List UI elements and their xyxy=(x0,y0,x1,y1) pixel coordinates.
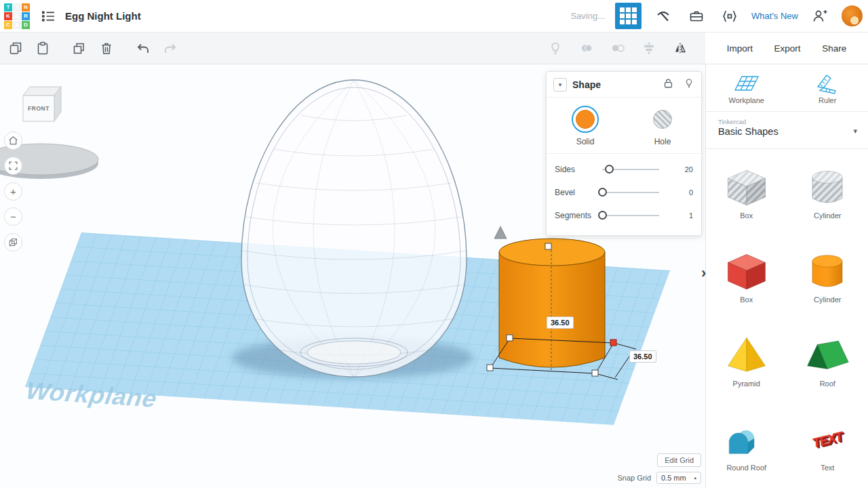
scale-handle-active[interactable] xyxy=(610,340,616,346)
shape-category-dropdown[interactable]: Tinkercad Basic Shapes ▾ xyxy=(706,112,868,148)
chevron-down-icon: ▾ xyxy=(853,127,857,136)
copy-button[interactable] xyxy=(7,39,24,57)
shape-box-solid[interactable]: Box xyxy=(724,249,769,304)
visibility-lightbulb-icon[interactable] xyxy=(684,77,694,92)
shape-cylinder-solid[interactable]: Cylinder xyxy=(805,249,850,304)
workplane-tool[interactable]: Workplane xyxy=(706,73,787,111)
sidebar-collapse-button[interactable]: › xyxy=(701,266,706,281)
design-menu-icon[interactable] xyxy=(38,6,58,26)
zoom-in-button[interactable]: + xyxy=(4,182,22,201)
scale-handle-front[interactable] xyxy=(592,370,598,376)
delete-button[interactable] xyxy=(98,39,115,57)
briefcase-icon[interactable] xyxy=(685,5,708,28)
fit-view-button[interactable] xyxy=(4,157,22,175)
shape-inspector-panel: ▾ Shape xyxy=(546,71,702,236)
bevel-slider[interactable] xyxy=(602,192,659,193)
segments-slider[interactable] xyxy=(602,215,659,216)
segments-slider-row: Segments 1 xyxy=(555,204,693,227)
mirror-button[interactable] xyxy=(671,39,689,57)
whats-new-link[interactable]: What's New xyxy=(751,11,798,21)
solid-swatch xyxy=(576,110,595,129)
document-title: Egg Night Light xyxy=(65,10,141,22)
home-view-button[interactable] xyxy=(4,131,22,150)
sides-slider-knob[interactable] xyxy=(605,165,614,174)
tinkercad-app: T I N K E R C A D Egg Night Light Saving… xyxy=(0,0,868,488)
3d-viewport[interactable]: Workplane 36.50 36.50 FRONT + − xyxy=(0,64,705,488)
invite-person-icon[interactable] xyxy=(808,5,831,28)
codeblocks-icon[interactable] xyxy=(718,5,741,28)
shape-round-roof[interactable]: Round Roof xyxy=(724,418,769,472)
ruler-icon xyxy=(813,73,842,94)
shape-pyramid[interactable]: Pyramid xyxy=(724,333,769,388)
shapes-sidebar: Workplane Ruler Tinkercad Basic Shapes ▾ xyxy=(705,64,868,488)
dimension-value-depth[interactable]: 36.50 xyxy=(629,350,656,363)
saving-status: Saving... xyxy=(570,11,605,21)
sides-slider-row: Sides 20 xyxy=(555,158,693,181)
scale-handle-back-left[interactable] xyxy=(507,335,513,341)
group-button[interactable] xyxy=(578,39,595,57)
edit-grid-button[interactable]: Edit Grid xyxy=(657,453,701,467)
dashboard-grid-button[interactable] xyxy=(615,3,642,29)
export-button[interactable]: Export xyxy=(774,43,801,54)
scale-handle-top[interactable] xyxy=(545,243,551,249)
zoom-out-button[interactable]: − xyxy=(4,207,22,226)
shape-roof[interactable]: Roof xyxy=(805,333,850,388)
sim-lab-pickaxe-icon[interactable] xyxy=(652,5,675,28)
edit-toolbar xyxy=(0,33,705,64)
shape-text[interactable]: TEXT Text xyxy=(805,418,850,472)
egg-shape[interactable] xyxy=(241,80,467,377)
snap-grid-label: Snap Grid xyxy=(617,474,651,482)
hole-swatch xyxy=(653,110,672,129)
duplicate-button[interactable] xyxy=(71,39,88,57)
paste-button[interactable] xyxy=(34,39,52,57)
show-all-lightbulb-icon[interactable] xyxy=(547,39,564,57)
redo-button[interactable] xyxy=(161,39,179,57)
snap-grid-dropdown[interactable]: 0.5 mm ▴ xyxy=(656,472,701,484)
cylinder-raise-cone-handle[interactable] xyxy=(494,226,507,239)
perspective-toggle-button[interactable] xyxy=(4,233,22,251)
ruler-tool[interactable]: Ruler xyxy=(787,73,868,111)
lock-icon[interactable] xyxy=(663,77,674,92)
bevel-slider-row: Bevel 0 xyxy=(555,181,693,204)
hole-option[interactable]: Hole xyxy=(624,106,701,146)
panel-title: Shape xyxy=(572,79,601,90)
solid-option[interactable]: Solid xyxy=(547,106,624,146)
bevel-slider-knob[interactable] xyxy=(598,188,607,197)
dimension-value-width[interactable]: 36.50 xyxy=(547,317,574,329)
panel-collapse-button[interactable]: ▾ xyxy=(553,78,567,92)
import-button[interactable]: Import xyxy=(727,43,753,54)
dropdown-caret-icon: ▴ xyxy=(694,475,696,481)
tinkercad-logo[interactable]: T I N K E R C A D xyxy=(4,3,30,29)
file-actions: Import Export Share xyxy=(705,33,868,64)
segments-slider-knob[interactable] xyxy=(598,211,607,220)
workplane-grid-icon xyxy=(732,73,761,94)
grid-controls: Edit Grid Snap Grid 0.5 mm ▴ xyxy=(617,453,701,484)
text-shape-glyph: TEXT xyxy=(812,428,843,451)
share-button[interactable]: Share xyxy=(822,43,846,54)
undo-button[interactable] xyxy=(134,39,152,57)
grid-icon xyxy=(620,7,637,24)
align-button[interactable] xyxy=(640,39,658,57)
shape-box-hole[interactable]: Box xyxy=(724,165,769,220)
view-cube-front-face[interactable]: FRONT xyxy=(23,105,54,112)
egg-bottom-rim-inner xyxy=(307,341,401,364)
shape-cylinder-hole[interactable]: Cylinder xyxy=(805,165,850,220)
scale-handle-left[interactable] xyxy=(487,365,493,371)
view-cube[interactable]: FRONT xyxy=(14,78,68,127)
shape-library-grid: Box Cylinder Box xyxy=(706,149,868,472)
app-header: T I N K E R C A D Egg Night Light Saving… xyxy=(0,0,868,33)
sides-slider[interactable] xyxy=(602,169,659,170)
user-avatar[interactable] xyxy=(842,5,863,26)
ungroup-button[interactable] xyxy=(609,39,627,57)
